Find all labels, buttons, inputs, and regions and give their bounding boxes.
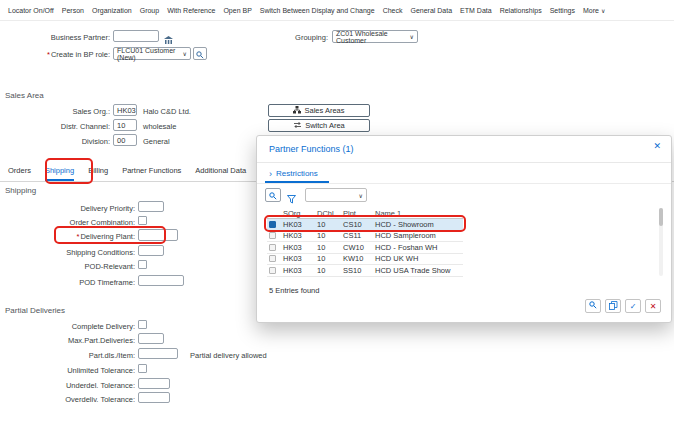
switch-area-button[interactable]: Switch Area [268, 119, 370, 132]
underdel-tolerance-label: Underdel. Tolerance: [8, 381, 135, 390]
division-label: Division: [8, 137, 110, 146]
overdeliv-tolerance-input[interactable] [138, 392, 170, 403]
table-row-cs11[interactable]: HK03 10 CS11 HCD Sampleroom [267, 231, 463, 243]
business-partner-input[interactable] [113, 30, 159, 42]
cell-plnt: CS10 [343, 220, 375, 229]
row-checkbox[interactable] [269, 255, 276, 262]
dialog-filter-combo[interactable]: ∨ [305, 188, 367, 202]
part-dls-item-label: Part.dls./Item: [8, 351, 135, 360]
dialog-search-button[interactable] [265, 188, 281, 202]
cell-dchl: 10 [317, 243, 343, 252]
header-sorg: SOrg. [283, 209, 317, 218]
table-row-cs10[interactable]: HK03 10 CS10 HCD - Showroom [267, 219, 463, 231]
table-row-kw10[interactable]: HK03 10 KW10 HCD UK WH [267, 254, 463, 266]
table-row-ss10[interactable]: HK03 10 SS10 HCD USA Trade Show [267, 265, 463, 277]
grouping-label: Grouping: [266, 33, 328, 42]
bp-role-label: *Create in BP role: [8, 50, 110, 59]
menu-item-etm-data[interactable]: ETM Data [460, 7, 492, 14]
cell-sorg: HK03 [283, 243, 317, 252]
delivering-plant-label: *Delivering Plant: [8, 232, 135, 241]
row-checkbox[interactable] [269, 244, 276, 251]
distr-channel-input[interactable]: 10 [113, 119, 137, 131]
part-dls-item-text: Partial delivery allowed [190, 351, 267, 360]
cell-name1: HCD UK WH [375, 254, 463, 263]
search-icon [269, 186, 277, 204]
menu-item-locator-on-off[interactable]: Locator On/Off [8, 7, 54, 14]
cell-plnt: SS10 [343, 266, 375, 275]
tab-shipping[interactable]: Shipping [45, 166, 74, 181]
division-input[interactable]: 00 [113, 134, 137, 146]
cancel-button[interactable]: ✕ [645, 299, 661, 313]
tab-partner-functions[interactable]: Partner Functions [122, 166, 181, 181]
menu-item-switch-display-change[interactable]: Switch Between Display and Change [260, 7, 375, 14]
menu-item-with-reference[interactable]: With Reference [167, 7, 215, 14]
copy-button[interactable] [605, 299, 621, 313]
menu-item-general-data[interactable]: General Data [410, 7, 452, 14]
max-part-deliveries-input[interactable] [138, 333, 164, 344]
tab-orders[interactable]: Orders [8, 166, 31, 181]
menu-item-person[interactable]: Person [62, 7, 84, 14]
order-combination-label: Order Combination: [8, 218, 135, 227]
scrollbar-thumb[interactable] [659, 208, 663, 226]
order-combination-checkbox[interactable] [138, 216, 147, 225]
check-icon: ✓ [630, 302, 637, 311]
unlimited-tolerance-checkbox[interactable] [138, 364, 147, 373]
cell-sorg: HK03 [283, 266, 317, 275]
tab-additional-data[interactable]: Additional Data [195, 166, 246, 181]
cell-name1: HCD Sampleroom [375, 231, 463, 240]
complete-delivery-checkbox[interactable] [138, 320, 147, 329]
cell-name1: HCD - Foshan WH [375, 243, 463, 252]
search-icon [589, 301, 597, 311]
sales-areas-button[interactable]: Sales Areas [268, 104, 370, 117]
dialog-header-divider [257, 162, 671, 163]
dialog-title: Partner Functions (1) [269, 144, 354, 154]
division-text: General [143, 137, 170, 146]
sales-org-input[interactable]: HK03 [113, 104, 137, 116]
filter-icon[interactable] [287, 190, 296, 208]
table-row-cw10[interactable]: HK03 10 CW10 HCD - Foshan WH [267, 242, 463, 254]
grouping-select[interactable]: ZC01 Wholesale Customer ∨ [332, 30, 418, 43]
shipping-conditions-label: Shipping Conditions: [8, 248, 135, 257]
menu-item-more[interactable]: More∨ [583, 7, 605, 14]
tab-billing[interactable]: Billing [88, 166, 108, 181]
sales-org-label: Sales Org.: [8, 107, 110, 116]
restrictions-toggle[interactable]: › Restrictions [269, 169, 318, 178]
cell-dchl: 10 [317, 220, 343, 229]
delivering-plant-input[interactable] [138, 229, 178, 241]
pod-relevant-label: POD-Relevant: [8, 262, 135, 271]
row-checkbox[interactable] [269, 267, 276, 274]
part-dls-item-input[interactable] [138, 348, 178, 359]
menu-item-group[interactable]: Group [140, 7, 159, 14]
cell-name1: HCD - Showroom [375, 220, 463, 229]
pod-relevant-checkbox[interactable] [138, 260, 147, 269]
bp-role-value-help-button[interactable] [193, 47, 207, 60]
max-part-deliveries-label: Max.Part.Deliveries: [8, 336, 135, 345]
underdel-tolerance-input[interactable] [138, 378, 170, 389]
restrictions-divider [257, 183, 671, 184]
chevron-down-icon: ∨ [183, 50, 187, 57]
row-checkbox[interactable] [269, 221, 276, 228]
plant-value-table: SOrg. DChl Plnt Name 1 HK03 10 CS10 HCD … [267, 208, 463, 277]
ok-button[interactable]: ✓ [625, 299, 641, 313]
cell-plnt: CS11 [343, 231, 375, 240]
menu-item-open-bp[interactable]: Open BP [223, 7, 251, 14]
menu-item-relationships[interactable]: Relationships [500, 7, 542, 14]
row-checkbox[interactable] [269, 232, 276, 239]
cell-name1: HCD USA Trade Show [375, 266, 463, 275]
cell-dchl: 10 [317, 231, 343, 240]
table-scrollbar[interactable] [659, 208, 663, 276]
sap-business-partner-window: Locator On/Off Person Organization Group… [0, 0, 674, 439]
menu-item-organization[interactable]: Organization [92, 7, 132, 14]
find-button[interactable] [585, 299, 601, 313]
menu-item-check[interactable]: Check [383, 7, 403, 14]
cell-sorg: HK03 [283, 231, 317, 240]
partial-deliveries-title: Partial Deliveries [5, 306, 65, 315]
shipping-conditions-input[interactable] [138, 245, 164, 256]
delivery-priority-input[interactable] [138, 201, 164, 212]
pod-timeframe-input[interactable] [138, 275, 184, 286]
close-icon[interactable]: ✕ [653, 141, 661, 151]
bp-role-select[interactable]: FLCU01 Customer (New) ∨ [113, 47, 191, 60]
entries-found-text: 5 Entries found [269, 286, 319, 295]
distr-channel-text: wholesale [143, 122, 176, 131]
menu-item-settings[interactable]: Settings [550, 7, 575, 14]
